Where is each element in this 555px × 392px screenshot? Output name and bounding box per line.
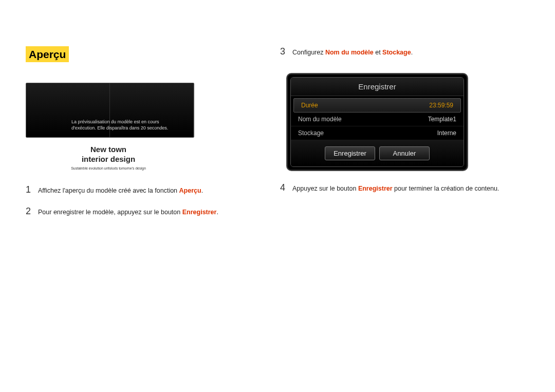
dialog-body: Durée 23:59:59 Nom du modèle Template1 S…	[291, 98, 464, 140]
left-column: Aperçu La prévisualisation du modèle est…	[26, 46, 252, 227]
save-button[interactable]: Enregistrer	[325, 146, 375, 160]
dialog-actions: Enregistrer Annuler	[291, 140, 464, 166]
row-label: Durée	[301, 102, 318, 109]
cancel-button[interactable]: Annuler	[379, 146, 430, 160]
highlight: Stockage	[382, 49, 411, 56]
row-value: 23:59:59	[429, 102, 453, 109]
right-steps: 3 Configurez Nom du modèle et Stockage. …	[280, 46, 537, 193]
row-value: Template1	[428, 116, 456, 123]
text-segment: .	[201, 187, 203, 194]
step-text: Appuyez sur le bouton Enregistrer pour t…	[292, 182, 537, 194]
highlight: Nom du modèle	[325, 49, 374, 56]
step-text: Pour enregistrer le modèle, appuyez sur …	[38, 206, 252, 217]
right-column: 3 Configurez Nom du modèle et Stockage. …	[280, 46, 537, 203]
text-segment: .	[411, 49, 413, 56]
highlight: Enregistrer	[358, 185, 393, 192]
step-4: 4 Appuyez sur le bouton Enregistrer pour…	[280, 182, 537, 194]
dialog-row-modelname[interactable]: Nom du modèle Template1	[291, 113, 464, 126]
save-dialog: Enregistrer Durée 23:59:59 Nom du modèle…	[286, 73, 468, 171]
caption-sub: Sustainble evolution unfolods tomorrw's …	[26, 166, 191, 170]
section-title: Aperçu	[26, 46, 69, 62]
step-text: Affichez l'aperçu du modèle créé avec la…	[38, 184, 252, 196]
highlight: Aperçu	[179, 187, 201, 194]
caption-line1: New town	[26, 145, 191, 154]
row-label: Stockage	[298, 129, 324, 137]
step-num: 4	[280, 182, 292, 194]
dialog-title: Enregistrer	[291, 78, 464, 96]
dialog-inner: Enregistrer Durée 23:59:59 Nom du modèle…	[290, 77, 464, 167]
step-num: 2	[26, 206, 38, 217]
preview-block: La prévisualisation du modèle est en cou…	[26, 83, 191, 170]
preview-screen: La prévisualisation du modèle est en cou…	[26, 83, 194, 138]
caption-line2: interior design	[26, 155, 191, 163]
text-segment: Affichez l'aperçu du modèle créé avec la…	[38, 187, 179, 194]
text-segment: Pour enregistrer le modèle, appuyez sur …	[38, 209, 182, 216]
row-label: Nom du modèle	[298, 116, 342, 123]
row-value: Interne	[437, 129, 456, 137]
text-segment: Appuyez sur le bouton	[292, 185, 358, 192]
dialog-row-storage[interactable]: Stockage Interne	[291, 126, 464, 140]
step-2: 2 Pour enregistrer le modèle, appuyez su…	[26, 206, 252, 217]
left-steps: 1 Affichez l'aperçu du modèle créé avec …	[26, 184, 252, 217]
document-page: { "left": { "section_title": "Aperçu", "…	[0, 0, 555, 392]
step-num: 1	[26, 184, 38, 196]
highlight: Enregistrer	[182, 209, 217, 216]
text-segment: Configurez	[292, 49, 325, 56]
preview-caption: New town interior design Sustainble evol…	[26, 145, 191, 170]
step-3: 3 Configurez Nom du modèle et Stockage.	[280, 46, 537, 58]
step-1: 1 Affichez l'aperçu du modèle créé avec …	[26, 184, 252, 196]
text-segment: et	[374, 49, 382, 56]
text-segment: pour terminer la création de contenu.	[393, 185, 499, 192]
dialog-row-duration[interactable]: Durée 23:59:59	[293, 98, 461, 113]
step-text: Configurez Nom du modèle et Stockage.	[292, 46, 537, 58]
preview-message: La prévisualisation du modèle est en cou…	[71, 119, 184, 131]
text-segment: .	[216, 209, 218, 216]
step-num: 3	[280, 46, 292, 58]
